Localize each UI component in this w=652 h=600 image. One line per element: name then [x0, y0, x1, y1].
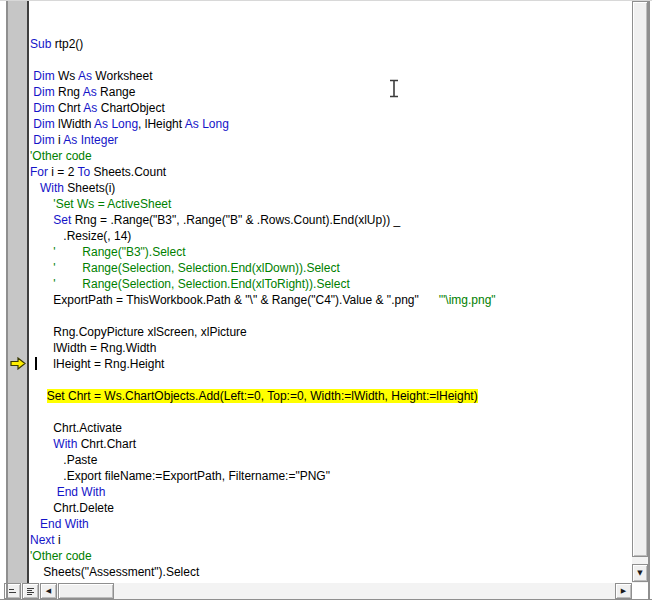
code-line: .Export fileName:=ExportPath, Filtername… — [30, 468, 632, 484]
code-line — [30, 372, 632, 388]
code-lines: Sub rtp2() Dim Ws As Worksheet Dim Rng A… — [30, 36, 632, 583]
vertical-scrollbar[interactable]: ▼ — [632, 1, 649, 583]
code-line: Dim Chrt As ChartObject — [30, 100, 632, 116]
procedure-view-icon — [8, 587, 17, 596]
code-line: Chrt.Delete — [30, 500, 632, 516]
code-line: lHeight = Rng.Height — [30, 356, 632, 372]
scroll-down-button[interactable]: ▼ — [632, 564, 648, 582]
full-module-view-button[interactable] — [22, 583, 39, 599]
code-line-current: Set Chrt = Ws.ChartObjects.Add(Left:=0, … — [30, 388, 632, 404]
code-line: .Paste — [30, 452, 632, 468]
code-line: ' Range("B3").Select — [30, 244, 632, 260]
horizontal-scrollbar[interactable]: ◀ ▶ — [4, 583, 632, 600]
code-line: Sheets("Assessment").Select — [30, 564, 632, 580]
code-line: Dim lWidth As Long, lHeight As Long — [30, 116, 632, 132]
code-line: With Chrt.Chart — [30, 436, 632, 452]
right-arrow-icon: ▶ — [621, 588, 626, 595]
code-editor[interactable]: Sub rtp2() Dim Ws As Worksheet Dim Rng A… — [29, 1, 632, 583]
down-arrow-icon: ▼ — [637, 570, 642, 577]
window-left-border — [6, 1, 8, 600]
code-line: Next i — [30, 532, 632, 548]
mouse-ibeam-cursor — [388, 79, 400, 98]
vba-code-window: Sub rtp2() Dim Ws As Worksheet Dim Rng A… — [0, 0, 652, 600]
code-line: End With — [30, 516, 632, 532]
code-line: .Resize(, 14) — [30, 228, 632, 244]
code-line: 'Set Ws = ActiveSheet — [30, 196, 632, 212]
code-line: With Sheets(i) — [30, 180, 632, 196]
code-line: End With — [30, 484, 632, 500]
code-line: Dim i As Integer — [30, 132, 632, 148]
text-caret — [35, 357, 37, 370]
full-module-view-icon — [26, 587, 35, 596]
code-line — [30, 308, 632, 324]
vertical-scrollbar-thumb[interactable] — [632, 1, 648, 557]
code-line: Sub rtp2() — [30, 36, 632, 52]
code-line: lWidth = Rng.Width — [30, 340, 632, 356]
code-line: ' Range(Selection, Selection.End(xlToRig… — [30, 276, 632, 292]
code-line: Chrt.Activate — [30, 420, 632, 436]
indicator-margin[interactable] — [8, 1, 29, 583]
code-line — [30, 404, 632, 420]
code-line: 'Other code — [30, 548, 632, 564]
code-line: ExportPath = ThisWorkbook.Path & "\" & R… — [30, 292, 632, 308]
code-line: Rng.CopyPicture xlScreen, xlPicture — [30, 324, 632, 340]
code-line: Dim Ws As Worksheet — [30, 68, 632, 84]
code-line — [30, 52, 632, 68]
left-arrow-icon: ◀ — [46, 588, 51, 595]
code-line: Set Rng = .Range("B3", .Range("B" & .Row… — [30, 212, 632, 228]
execution-highlight: Set Chrt = Ws.ChartObjects.Add(Left:=0, … — [47, 389, 478, 403]
horizontal-scrollbar-thumb[interactable] — [58, 583, 114, 599]
execution-point-arrow-icon — [10, 357, 26, 370]
code-line: 'Other code — [30, 148, 632, 164]
code-line: ' Range(Selection, Selection.End(xlDown)… — [30, 260, 632, 276]
window-right-border — [648, 1, 650, 600]
scroll-left-button[interactable]: ◀ — [40, 583, 57, 599]
code-line: For i = 2 To Sheets.Count — [30, 164, 632, 180]
scroll-right-button[interactable]: ▶ — [615, 583, 632, 599]
code-line: Dim Rng As Range — [30, 84, 632, 100]
